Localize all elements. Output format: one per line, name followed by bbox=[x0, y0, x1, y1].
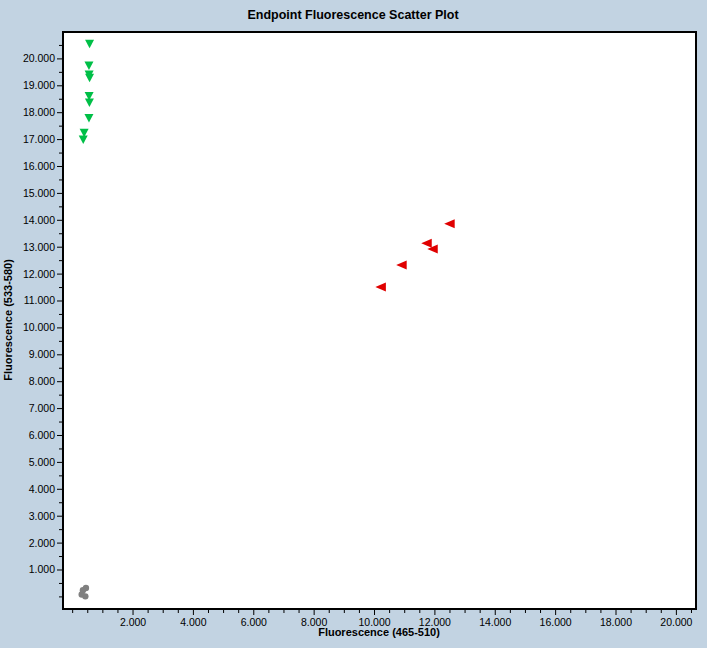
x-tick-label: 4.000 bbox=[180, 616, 206, 628]
y-tick-label: 9.000 bbox=[29, 348, 55, 360]
x-tick-label: 16.000 bbox=[540, 616, 572, 628]
y-tick-label: 1.000 bbox=[29, 563, 55, 575]
y-tick-label: 17.000 bbox=[23, 133, 55, 145]
y-tick-label: 12.000 bbox=[23, 268, 55, 280]
x-tick-label: 20.000 bbox=[660, 616, 692, 628]
x-tick-label: 6.000 bbox=[241, 616, 267, 628]
plot-area bbox=[63, 32, 696, 609]
scatter-chart: Endpoint Fluorescence Scatter Plot 2.000… bbox=[0, 0, 707, 648]
y-tick-label: 8.000 bbox=[29, 375, 55, 387]
y-tick-label: 20.000 bbox=[23, 52, 55, 64]
y-tick-label: 2.000 bbox=[29, 537, 55, 549]
y-tick-label: 16.000 bbox=[23, 160, 55, 172]
y-tick-label: 5.000 bbox=[29, 456, 55, 468]
y-tick-label: 19.000 bbox=[23, 79, 55, 91]
y-tick-label: 14.000 bbox=[23, 214, 55, 226]
y-tick-label: 4.000 bbox=[29, 483, 55, 495]
y-axis-title: Fluorescence (533-580) bbox=[2, 259, 14, 381]
y-tick-label: 18.000 bbox=[23, 106, 55, 118]
y-tick-label: 13.000 bbox=[23, 241, 55, 253]
y-tick-label: 6.000 bbox=[29, 429, 55, 441]
data-point-gray-dots bbox=[82, 593, 88, 599]
y-tick-label: 10.000 bbox=[23, 321, 55, 333]
x-tick-label: 14.000 bbox=[479, 616, 511, 628]
y-tick-label: 7.000 bbox=[29, 402, 55, 414]
y-tick-label: 11.000 bbox=[24, 294, 55, 306]
x-axis-title: Fluorescence (465-510) bbox=[318, 626, 440, 638]
y-tick-label: 3.000 bbox=[29, 510, 55, 522]
x-tick-label: 18.000 bbox=[600, 616, 632, 628]
x-tick-label: 2.000 bbox=[120, 616, 146, 628]
y-tick-label: 15.000 bbox=[23, 187, 55, 199]
chart-title: Endpoint Fluorescence Scatter Plot bbox=[247, 8, 459, 22]
scatter-plot-window: Endpoint Fluorescence Scatter Plot 2.000… bbox=[0, 0, 707, 648]
